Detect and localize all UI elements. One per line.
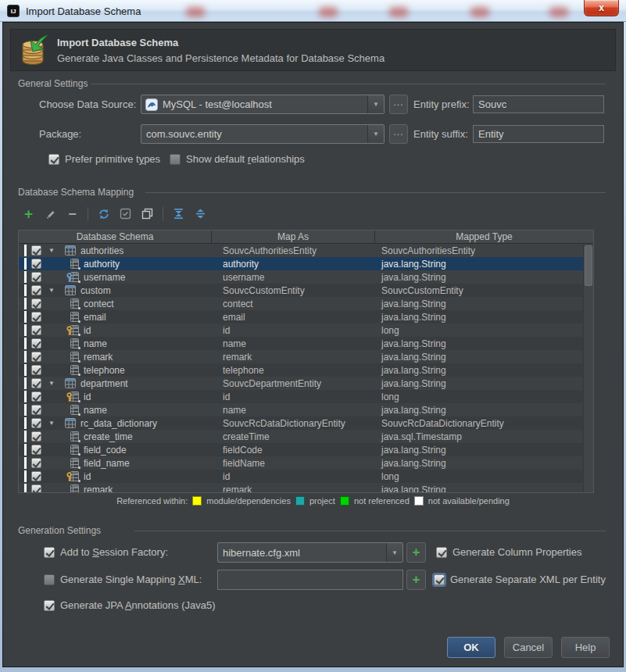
row-checkbox[interactable]: [31, 391, 41, 402]
table-row[interactable]: create_timecreateTimejava.sql.Timestamp: [19, 430, 583, 443]
edit-button[interactable]: [41, 205, 60, 223]
row-checkbox[interactable]: [31, 378, 41, 388]
data-source-combobox[interactable]: MySQL - test@localhost ▼: [141, 95, 385, 114]
banner-title: Import Database Schema: [57, 37, 178, 48]
table-row[interactable]: namenamejava.lang.String: [19, 403, 583, 416]
help-button[interactable]: Help: [561, 637, 610, 658]
table-row[interactable]: telephonetelephonejava.lang.String: [19, 363, 583, 377]
row-checkbox[interactable]: [31, 325, 41, 335]
session-factory-combobox[interactable]: hibernate.cfg.xml ▼: [217, 542, 403, 563]
row-checkbox[interactable]: [31, 458, 41, 468]
single-mapping-xml-checkbox[interactable]: [44, 574, 55, 585]
title-bar[interactable]: IJ Import Database Schema x: [0, 0, 626, 22]
row-checkbox[interactable]: [31, 431, 41, 441]
show-default-relationships-checkbox[interactable]: [170, 154, 181, 165]
chevron-down-icon[interactable]: ▼: [367, 125, 384, 143]
single-mapping-xml-field[interactable]: [217, 570, 403, 590]
row-checkbox[interactable]: [31, 471, 41, 481]
entity-prefix-field[interactable]: Souvc: [473, 95, 604, 113]
table-row[interactable]: authorityauthorityjava.lang.String: [19, 257, 583, 270]
expand-arrow-icon[interactable]: ▼: [47, 420, 56, 427]
collapse-all-button[interactable]: [191, 205, 210, 223]
table-row[interactable]: contectcontectjava.lang.String: [19, 297, 583, 310]
row-checkbox-cell: [27, 259, 45, 269]
row-checkbox[interactable]: [31, 245, 41, 256]
row-checkbox[interactable]: [31, 272, 41, 282]
copy-button[interactable]: [138, 205, 157, 223]
show-default-checkbox-row[interactable]: Show default relationships: [170, 153, 305, 165]
table-row[interactable]: ididlong: [19, 323, 583, 337]
package-browse-button[interactable]: ...: [389, 124, 408, 144]
prefer-primitive-checkbox[interactable]: [48, 154, 59, 165]
session-factory-checkbox[interactable]: [44, 547, 55, 558]
table-row[interactable]: ididlong: [19, 470, 583, 483]
legend-label: Referenced within:: [116, 496, 188, 506]
table-row[interactable]: usernameusernamejava.lang.String: [19, 270, 583, 284]
table-row[interactable]: ▼rc_data_dictionarySouvcRcDataDictionary…: [19, 416, 583, 430]
add-single-mapping-button[interactable]: +: [406, 570, 426, 590]
separate-xml-checkbox-row[interactable]: Generate Separate XML per Entity: [434, 574, 606, 585]
row-checkbox[interactable]: [31, 312, 41, 322]
expand-arrow-icon[interactable]: ▼: [47, 380, 56, 387]
schema-name-cell: ▼rc_data_dictionary: [45, 418, 212, 429]
row-checkbox[interactable]: [31, 484, 41, 492]
table-row[interactable]: field_namefieldNamejava.lang.String: [19, 456, 583, 470]
row-checkbox[interactable]: [31, 338, 41, 349]
row-checkbox[interactable]: [31, 418, 41, 428]
remove-button[interactable]: −: [63, 205, 82, 223]
row-checkbox[interactable]: [31, 285, 41, 295]
generate-separate-xml-checkbox[interactable]: [434, 574, 445, 585]
row-checkbox[interactable]: [31, 365, 41, 375]
table-row[interactable]: ▼authoritiesSouvcAuthoritiesEntitySouvcA…: [19, 244, 583, 257]
select-columns-button[interactable]: [116, 205, 135, 223]
column-header-database-schema[interactable]: Database Schema: [19, 231, 212, 243]
table-row[interactable]: namenamejava.lang.String: [19, 337, 583, 350]
session-factory-checkbox-row[interactable]: Add to Session Factory:: [44, 546, 168, 558]
package-combobox[interactable]: com.souvc.entity ▼: [141, 124, 385, 144]
table-icon: [65, 245, 76, 256]
column-header-mapped-type[interactable]: Mapped Type: [375, 231, 593, 243]
refresh-button[interactable]: [94, 205, 113, 223]
table-row[interactable]: ▼departmentSouvcDepartmentEntityjava.lan…: [19, 377, 583, 390]
row-checkbox-cell: [27, 431, 45, 441]
data-source-browse-button[interactable]: ...: [389, 95, 408, 114]
row-checkbox[interactable]: [31, 259, 41, 269]
schema-name: rc_data_dictionary: [80, 418, 157, 429]
close-button[interactable]: x: [584, 0, 619, 16]
table-row[interactable]: remarkremarkjava.lang.String: [19, 350, 583, 363]
row-checkbox[interactable]: [31, 298, 41, 309]
cancel-button[interactable]: Cancel: [504, 637, 553, 658]
ok-button[interactable]: OK: [447, 637, 495, 658]
add-session-factory-button[interactable]: +: [406, 542, 426, 563]
prefer-primitive-checkbox-row[interactable]: Prefer primitive types: [48, 153, 160, 165]
table-row[interactable]: field_codefieldCodejava.lang.String: [19, 443, 583, 456]
vertical-scrollbar[interactable]: [583, 244, 593, 492]
scrollbar-thumb[interactable]: [585, 245, 592, 286]
jpa-annotations-checkbox[interactable]: [44, 600, 55, 611]
chevron-down-icon[interactable]: ▼: [386, 543, 402, 562]
row-checkbox[interactable]: [31, 445, 41, 455]
table-row[interactable]: emailemailjava.lang.String: [19, 310, 583, 323]
single-mapping-checkbox-row[interactable]: Generate Single Mapping XML:: [44, 574, 202, 585]
row-checkbox[interactable]: [31, 352, 41, 362]
mapped-type-cell: java.lang.String: [375, 378, 583, 389]
jpa-annotations-checkbox-row[interactable]: Generate JPA Annotations (Java5): [44, 599, 216, 611]
row-checkbox-cell: [27, 272, 45, 282]
generate-column-properties-checkbox[interactable]: [436, 547, 447, 558]
expand-arrow-icon[interactable]: ▼: [47, 287, 56, 294]
table-row[interactable]: ididlong: [19, 390, 583, 403]
table-row[interactable]: ▼customSouvcCustomEntitySouvcCustomEntit…: [19, 284, 583, 297]
schema-name: field_code: [84, 445, 127, 456]
row-checkbox[interactable]: [31, 405, 41, 415]
expand-all-button[interactable]: [169, 205, 188, 223]
table-row[interactable]: remarkremarkjava.lang.String: [19, 483, 583, 492]
expand-arrow-icon[interactable]: ▼: [47, 247, 56, 254]
chevron-down-icon[interactable]: ▼: [367, 95, 384, 113]
schema-name: id: [84, 325, 91, 336]
add-button[interactable]: +: [19, 205, 38, 223]
column-header-map-as[interactable]: Map As: [212, 231, 375, 243]
schema-mapping-title: Database Schema Mapping: [18, 187, 134, 198]
column-properties-checkbox-row[interactable]: Generate Column Properties: [436, 546, 581, 558]
mysql-icon: [145, 98, 158, 111]
entity-suffix-field[interactable]: Entity: [473, 125, 604, 143]
